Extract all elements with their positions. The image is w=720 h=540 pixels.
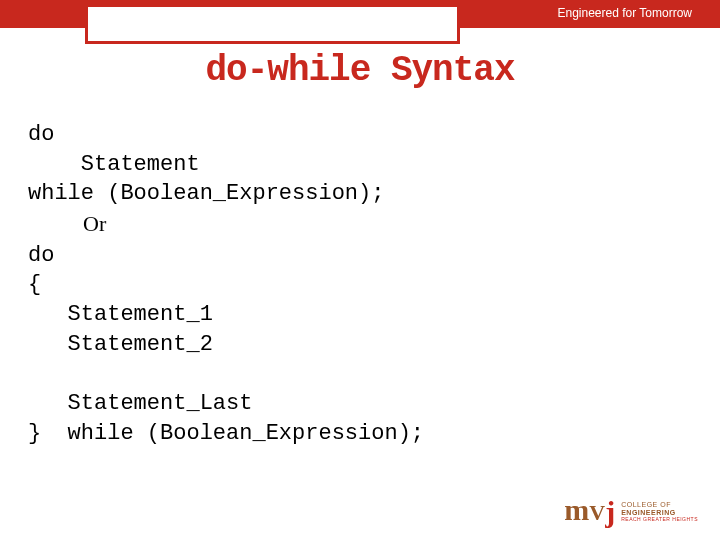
logo-line3: REACH GREATER HEIGHTS — [621, 517, 698, 523]
code-line: do — [28, 243, 54, 268]
code-line: Statement_1 — [28, 302, 213, 327]
code-block: do Statement while (Boolean_Expression);… — [28, 120, 692, 449]
slide: Engineered for Tomorrow do-while Syntax … — [0, 0, 720, 540]
code-line: do — [28, 122, 54, 147]
code-line: } while (Boolean_Expression); — [28, 421, 424, 446]
code-line: while (Boolean_Expression); — [28, 181, 384, 206]
mvj-logo: mVj COLLEGE OF ENGINEERING REACH GREATER… — [564, 498, 698, 522]
or-label: Or — [28, 211, 106, 236]
slide-title: do-while Syntax — [0, 50, 720, 91]
logo-m-icon: mVj — [564, 498, 615, 522]
logo-line1: COLLEGE OF — [621, 501, 698, 509]
code-line: Statement_2 — [28, 332, 213, 357]
code-line: Statement_Last — [28, 391, 252, 416]
code-line: Statement — [28, 152, 200, 177]
title-tab — [85, 4, 460, 44]
code-line: { — [28, 272, 41, 297]
tagline: Engineered for Tomorrow — [557, 6, 692, 20]
logo-text: COLLEGE OF ENGINEERING REACH GREATER HEI… — [621, 501, 698, 522]
